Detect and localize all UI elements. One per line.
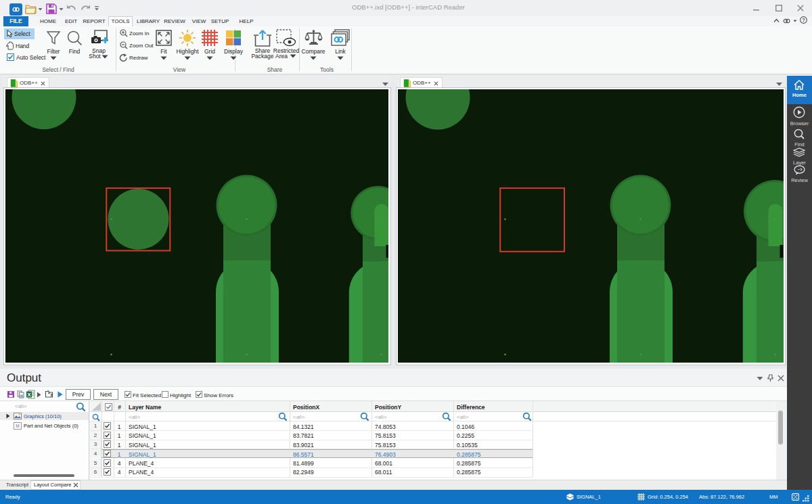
svg-text:X: X bbox=[27, 392, 30, 398]
svg-text:M: M bbox=[16, 423, 19, 428]
svg-text:?: ? bbox=[802, 17, 805, 23]
